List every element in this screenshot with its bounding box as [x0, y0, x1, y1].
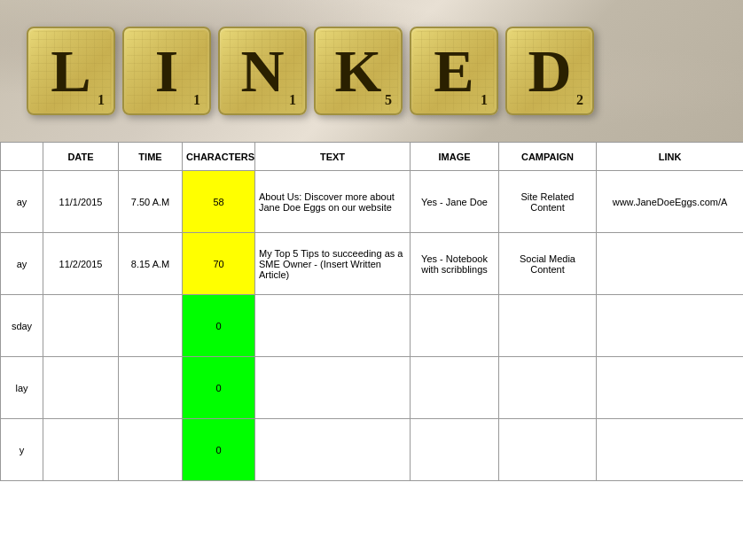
- cell-characters: 0: [183, 357, 255, 419]
- cell-date: 11/1/2015: [43, 171, 119, 233]
- cell-image: [411, 295, 499, 357]
- cell-text: [255, 295, 411, 357]
- tile-e: E 1: [410, 27, 498, 115]
- scrabble-tiles: L 1 I 1 N 1 K 5 E 1 D 2: [9, 27, 594, 115]
- cell-text: My Top 5 Tips to succeeding as a SME Own…: [255, 233, 411, 295]
- cell-time: [119, 295, 183, 357]
- cell-link: [597, 233, 744, 295]
- cell-time: [119, 419, 183, 481]
- table-row: sday 0: [1, 295, 744, 357]
- col-header-image: IMAGE: [411, 143, 499, 171]
- cell-campaign: Social Media Content: [499, 233, 597, 295]
- table-row: y 0: [1, 419, 744, 481]
- tile-k: K 5: [314, 27, 403, 115]
- col-header-characters: CHARACTERS: [183, 143, 255, 171]
- content-table-section: DATE TIME CHARACTERS TEXT IMAGE CAMPAIGN…: [0, 142, 743, 481]
- col-header-text: TEXT: [255, 143, 411, 171]
- cell-characters: 0: [183, 419, 255, 481]
- col-header-link: LINK: [597, 143, 744, 171]
- cell-link: [597, 357, 744, 419]
- col-header-date: DATE: [43, 143, 119, 171]
- tile-d: D 2: [505, 27, 594, 115]
- tile-l: L 1: [27, 27, 115, 115]
- content-table: DATE TIME CHARACTERS TEXT IMAGE CAMPAIGN…: [0, 142, 743, 481]
- cell-date: [43, 295, 119, 357]
- cell-time: 7.50 A.M: [119, 171, 183, 233]
- col-header-time: TIME: [119, 143, 183, 171]
- cell-date: [43, 419, 119, 481]
- cell-text: [255, 419, 411, 481]
- cell-link: [597, 295, 744, 357]
- tile-n: N 1: [218, 27, 307, 115]
- table-row: ay 11/1/2015 7.50 A.M 58 About Us: Disco…: [1, 171, 744, 233]
- header-banner: L 1 I 1 N 1 K 5 E 1 D 2: [0, 0, 743, 142]
- cell-characters: 58: [183, 171, 255, 233]
- cell-day: sday: [1, 295, 43, 357]
- tile-i: I 1: [122, 27, 211, 115]
- cell-date: 11/2/2015: [43, 233, 119, 295]
- cell-characters: 0: [183, 295, 255, 357]
- cell-time: [119, 357, 183, 419]
- cell-text: [255, 357, 411, 419]
- cell-text: About Us: Discover more about Jane Doe E…: [255, 171, 411, 233]
- col-header-campaign: CAMPAIGN: [499, 143, 597, 171]
- cell-time: 8.15 A.M: [119, 233, 183, 295]
- table-row: lay 0: [1, 357, 744, 419]
- cell-date: [43, 357, 119, 419]
- cell-image: [411, 357, 499, 419]
- cell-image: Yes - Jane Doe: [411, 171, 499, 233]
- cell-day: ay: [1, 233, 43, 295]
- table-row: ay 11/2/2015 8.15 A.M 70 My Top 5 Tips t…: [1, 233, 744, 295]
- cell-link: [597, 419, 744, 481]
- cell-day: lay: [1, 357, 43, 419]
- cell-campaign: [499, 295, 597, 357]
- cell-image: [411, 419, 499, 481]
- cell-characters: 70: [183, 233, 255, 295]
- col-header-day: [1, 143, 43, 171]
- cell-campaign: [499, 419, 597, 481]
- cell-campaign: [499, 357, 597, 419]
- table-header-row: DATE TIME CHARACTERS TEXT IMAGE CAMPAIGN…: [1, 143, 744, 171]
- cell-campaign: Site Related Content: [499, 171, 597, 233]
- cell-day: ay: [1, 171, 43, 233]
- cell-link: www.JaneDoeEggs.com/A: [597, 171, 744, 233]
- cell-image: Yes - Notebook with scribblings: [411, 233, 499, 295]
- cell-day: y: [1, 419, 43, 481]
